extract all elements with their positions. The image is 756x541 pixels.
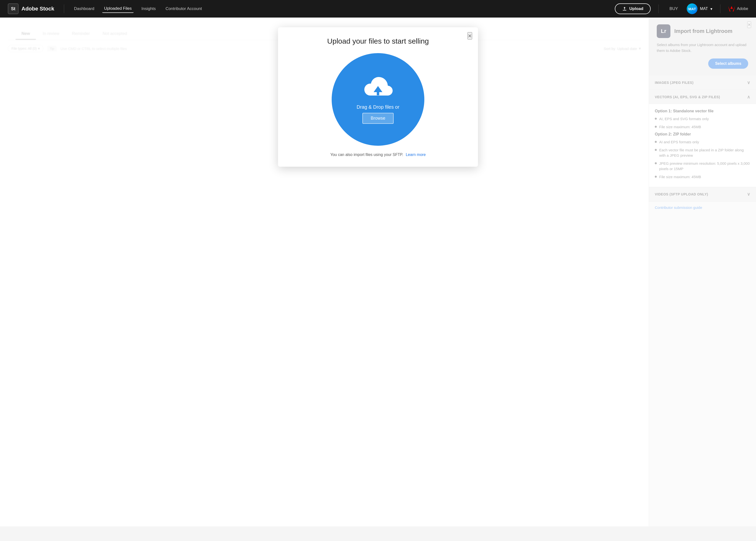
drag-drop-text: Drag & Drop files or <box>357 104 399 110</box>
nav-insights[interactable]: Insights <box>139 5 158 13</box>
user-name: MAT <box>700 7 708 11</box>
logo-text: St <box>11 6 15 11</box>
user-avatar: MAT <box>687 3 697 14</box>
left-content: New In review Reminder Not accepted File… <box>0 18 649 526</box>
navbar: St Adobe Stock Dashboard Uploaded Files … <box>0 0 756 18</box>
nav-uploaded-files[interactable]: Uploaded Files <box>102 5 134 13</box>
user-info[interactable]: MAT MAT ▾ <box>687 3 712 14</box>
main-wrapper: New In review Reminder Not accepted File… <box>0 18 756 526</box>
nav-dashboard[interactable]: Dashboard <box>72 5 96 13</box>
nav-divider-3 <box>720 4 720 13</box>
upload-modal: × Upload your files to start selling Dra… <box>278 27 478 167</box>
upload-button[interactable]: Upload <box>615 3 651 14</box>
drop-circle[interactable]: Drag & Drop files or Browse <box>332 53 424 146</box>
modal-overlay: × Upload your files to start selling Dra… <box>0 18 649 526</box>
learn-more-link[interactable]: Learn more <box>406 153 426 157</box>
modal-footer: You can also import files using your SFT… <box>290 153 466 157</box>
brand-name: Adobe Stock <box>21 6 54 12</box>
browse-button[interactable]: Browse <box>362 113 394 124</box>
adobe-icon <box>728 6 735 11</box>
logo-box: St <box>8 3 19 14</box>
nav-divider-2 <box>658 4 659 13</box>
adobe-label: Adobe <box>737 7 748 11</box>
modal-close-button[interactable]: × <box>468 32 472 40</box>
buy-link[interactable]: BUY <box>666 5 681 13</box>
adobe-brand: Adobe <box>728 6 748 11</box>
nav-contributor-account[interactable]: Contributor Account <box>164 5 204 13</box>
chevron-down-icon: ▾ <box>710 7 712 11</box>
logo: St Adobe Stock <box>8 3 54 14</box>
modal-title: Upload your files to start selling <box>290 37 466 45</box>
cloud-upload-icon <box>362 75 394 99</box>
upload-icon <box>622 6 627 11</box>
